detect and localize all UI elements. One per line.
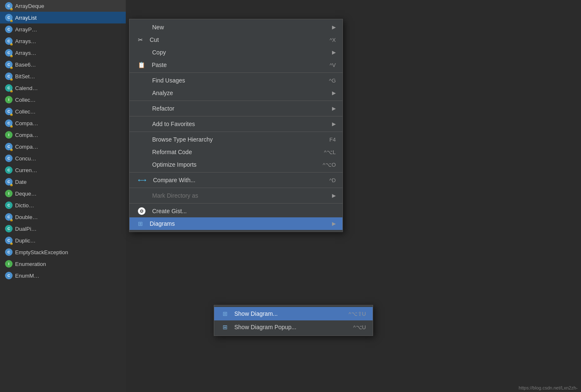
submenu-arrow-icon: ▶ [332, 24, 336, 30]
class-name: DualPi… [15, 226, 36, 232]
menu-item-label-area: ⚙Create Gist... [138, 207, 187, 215]
menu-item-analyze[interactable]: Analyze▶ [130, 87, 342, 99]
menu-item-reformat[interactable]: Reformat Code^⌥L [130, 146, 342, 158]
menu-item-label: Cut [150, 36, 159, 43]
class-name: Calend… [15, 85, 38, 91]
submenu-arrow-icon: ▶ [332, 221, 336, 227]
github-icon: ⚙ [138, 207, 145, 215]
menu-item-label: New [152, 24, 164, 31]
sidebar-item[interactable]: C🔒Double… [0, 211, 126, 223]
sidebar-item[interactable]: CCurren… [0, 164, 126, 176]
menu-item-optimize[interactable]: Optimize Imports^⌥O [130, 158, 342, 171]
sidebar-item[interactable]: IDeque… [0, 188, 126, 199]
class-icon: C [5, 248, 13, 256]
status-bar: https://blog.csdn.net/Lxn2zh- [515, 384, 581, 392]
menu-item-find-usages[interactable]: Find Usages^G [130, 74, 342, 87]
sidebar-item[interactable]: C🔒Compa… [0, 117, 126, 129]
sidebar-item[interactable]: CArrayP… [0, 23, 126, 35]
menu-item-label-area: Optimize Imports [138, 161, 197, 168]
diagrams-icon: ⊞ [223, 310, 228, 317]
class-name: Base6… [15, 62, 36, 68]
class-name: Concu… [15, 155, 36, 162]
class-name: Arrays… [15, 50, 36, 56]
submenu-item-show-diagram[interactable]: ⊞Show Diagram...^⌥⇧U [214, 307, 373, 320]
menu-separator [130, 132, 342, 132]
menu-separator [130, 203, 342, 204]
class-icon: C [5, 26, 13, 33]
menu-item-label-area: 📋Paste [138, 62, 167, 68]
submenu-shortcut: ^⌥⇧U [349, 311, 366, 317]
menu-item-create-gist[interactable]: ⚙Create Gist... [130, 205, 342, 217]
sidebar-item[interactable]: C🔒BitSet… [0, 70, 126, 82]
menu-item-label: Diagrams [150, 220, 175, 227]
menu-item-refactor[interactable]: Refactor▶ [130, 102, 342, 115]
class-icon: C🔒 [5, 119, 13, 127]
class-icon: C🔒 [5, 237, 13, 244]
menu-item-mark-dir: Mark Directory as▶ [130, 189, 342, 202]
sidebar-item[interactable]: CEnumM… [0, 270, 126, 281]
class-name: Arrays… [15, 38, 36, 44]
class-icon: C🔒 [5, 72, 13, 80]
menu-item-cut[interactable]: ✂Cut^X [130, 34, 342, 46]
submenu-arrow-icon: ▶ [332, 106, 336, 111]
sidebar-item[interactable]: CDualPi… [0, 223, 126, 235]
sidebar-item[interactable]: C🔒Base6… [0, 59, 126, 70]
submenu-item-show-diagram-popup[interactable]: ⊞Show Diagram Popup...^⌥U [214, 320, 373, 334]
class-icon: C🔒 [5, 108, 13, 115]
sidebar-item[interactable]: C🔒Calend… [0, 82, 126, 94]
class-icon: C🔒 [5, 14, 13, 21]
class-icon: C🔒 [5, 213, 13, 221]
class-icon: C [5, 272, 13, 279]
class-icon: C🔒 [5, 178, 13, 186]
menu-shortcut: F4 [329, 137, 336, 143]
sidebar-item[interactable]: C🔒Duplic… [0, 235, 126, 246]
class-name: Double… [15, 214, 38, 220]
class-name: Date [15, 179, 26, 185]
class-name: Enumeration [15, 261, 46, 267]
menu-item-label: Reformat Code [152, 149, 192, 155]
submenu-label-area: ⊞Show Diagram... [223, 310, 278, 317]
sidebar-item[interactable]: C🔒ArrayDeque [0, 0, 126, 12]
menu-item-label: Optimize Imports [152, 161, 197, 168]
menu-item-add-favorites[interactable]: Add to Favorites▶ [130, 118, 342, 130]
menu-item-label-area: Refactor [138, 105, 174, 112]
submenu-shortcut: ^⌥U [353, 324, 366, 330]
menu-item-label-area: Reformat Code [138, 149, 192, 155]
menu-shortcut: ^⌥L [324, 149, 336, 155]
menu-item-new[interactable]: New▶ [130, 21, 342, 34]
cut-icon: ✂ [138, 36, 143, 43]
context-menu: New▶✂Cut^XCopy▶📋Paste^VFind Usages^GAnal… [129, 19, 343, 232]
sidebar-item[interactable]: C🔒Date [0, 176, 126, 188]
menu-item-paste[interactable]: 📋Paste^V [130, 59, 342, 71]
class-icon: I [5, 96, 13, 103]
sidebar-item[interactable]: IEnumeration [0, 258, 126, 270]
sidebar-item[interactable]: C🔒ArrayList [0, 12, 126, 23]
class-name: BitSet… [15, 73, 35, 80]
menu-shortcut: ^⌥O [323, 162, 336, 168]
sidebar-item[interactable]: CDictio… [0, 199, 126, 211]
class-name: Collec… [15, 97, 36, 103]
sidebar-item[interactable]: C🔒Compa… [0, 141, 126, 152]
class-icon: C🔒 [5, 49, 13, 57]
sidebar-item[interactable]: CConcu… [0, 152, 126, 164]
menu-item-copy[interactable]: Copy▶ [130, 46, 342, 59]
class-icon: I [5, 190, 13, 197]
menu-item-compare[interactable]: ⟷Compare With...^D [130, 174, 342, 186]
sidebar-item[interactable]: C🔒Arrays… [0, 47, 126, 59]
menu-item-browse-hierarchy[interactable]: Browse Type HierarchyF4 [130, 133, 342, 146]
menu-item-label: Compare With... [153, 177, 195, 183]
class-icon: C🔒 [5, 2, 13, 10]
menu-item-label-area: Copy [138, 49, 166, 56]
sidebar-item[interactable]: C🔒Collec… [0, 106, 126, 117]
sidebar-item[interactable]: C🔒Arrays… [0, 35, 126, 47]
sidebar-item[interactable]: ICompa… [0, 129, 126, 141]
menu-item-label: Browse Type Hierarchy [152, 136, 213, 143]
paste-icon: 📋 [138, 62, 145, 68]
sidebar-item[interactable]: ICollec… [0, 94, 126, 106]
sidebar-item[interactable]: CEmptyStackException [0, 246, 126, 258]
menu-item-label-area: Browse Type Hierarchy [138, 136, 213, 143]
menu-item-diagrams[interactable]: ⊞Diagrams▶ [130, 217, 342, 230]
class-icon: C [5, 166, 13, 174]
menu-item-label-area: Mark Directory as [138, 192, 198, 199]
class-name: ArrayList [15, 15, 36, 21]
